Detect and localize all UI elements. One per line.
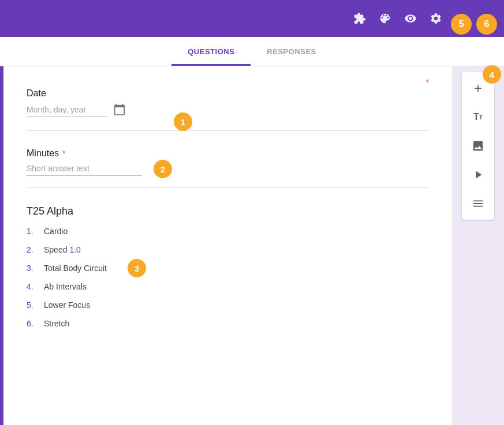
list-num-1: 1. — [27, 227, 44, 236]
main-layout: * Date Month, day, year 1 Minutes * — [0, 66, 504, 425]
list-title: T25 Alpha — [27, 205, 429, 217]
list-highlight-2: 1.0 — [69, 245, 80, 254]
annotation-3: 3 — [128, 259, 146, 277]
list-text-5: Lower Focus — [44, 300, 90, 310]
list-text-4: Ab Intervals — [44, 282, 87, 291]
right-sidebar: 4 + TT — [452, 66, 504, 425]
required-star-date: * — [426, 78, 429, 87]
tab-questions[interactable]: QUESTIONS — [171, 37, 251, 66]
eye-icon[interactable] — [400, 8, 421, 29]
image-tool[interactable] — [464, 132, 492, 160]
annotation-2: 2 — [154, 160, 172, 178]
list-item: 4. Ab Intervals — [27, 282, 429, 291]
header-icon-group: 5 6 — [349, 8, 497, 29]
list-section: T25 Alpha 1. Cardio 2. Speed 1.0 3. Tota… — [27, 205, 429, 328]
list-text-3: Total Body Circuit — [44, 264, 107, 273]
tool-group: 4 + TT — [462, 72, 494, 220]
palette-icon[interactable] — [375, 8, 395, 29]
badge-6[interactable]: 6 — [476, 14, 497, 35]
list-num-6: 6. — [27, 319, 44, 328]
list-item: 2. Speed 1.0 — [27, 245, 429, 254]
short-answer-placeholder: Short answer text — [27, 164, 142, 176]
date-row: Month, day, year — [27, 103, 429, 119]
list-item: 3. Total Body Circuit 3 — [27, 264, 429, 273]
list-item: 5. Lower Focus — [27, 300, 429, 310]
list-text-6: Stretch — [44, 319, 69, 328]
gear-icon[interactable] — [425, 8, 446, 29]
app-header: 5 6 — [0, 0, 504, 37]
video-tool[interactable] — [464, 161, 492, 189]
date-label: Date — [27, 88, 46, 99]
calendar-icon[interactable] — [113, 103, 126, 119]
tabs-bar: QUESTIONS RESPONSES — [0, 37, 504, 66]
question-minutes: Minutes * Short answer text 2 — [27, 148, 429, 188]
question-date: * Date Month, day, year 1 — [27, 78, 429, 131]
list-num-4: 4. — [27, 282, 44, 291]
badge-5[interactable]: 5 — [451, 14, 472, 35]
list-num-3: 3. — [27, 264, 44, 273]
minutes-label: Minutes — [27, 148, 59, 159]
section-tool[interactable] — [464, 190, 492, 217]
content-area: * Date Month, day, year 1 Minutes * — [3, 66, 452, 425]
add-question-tool[interactable]: + — [464, 74, 492, 102]
question-label-minutes: Minutes * — [27, 148, 429, 159]
date-placeholder: Month, day, year — [27, 105, 107, 117]
list-text-2: Speed 1.0 — [44, 245, 81, 254]
required-star-minutes: * — [62, 149, 65, 158]
title-tool[interactable]: TT — [464, 103, 492, 131]
list-num-5: 5. — [27, 300, 44, 310]
question-label-date: Date — [27, 88, 429, 99]
list-num-2: 2. — [27, 245, 44, 254]
list-item: 1. Cardio — [27, 227, 429, 236]
puzzle-icon[interactable] — [349, 8, 370, 29]
list-text-1: Cardio — [44, 227, 68, 236]
tab-responses[interactable]: RESPONSES — [251, 37, 332, 66]
list-item: 6. Stretch — [27, 319, 429, 328]
